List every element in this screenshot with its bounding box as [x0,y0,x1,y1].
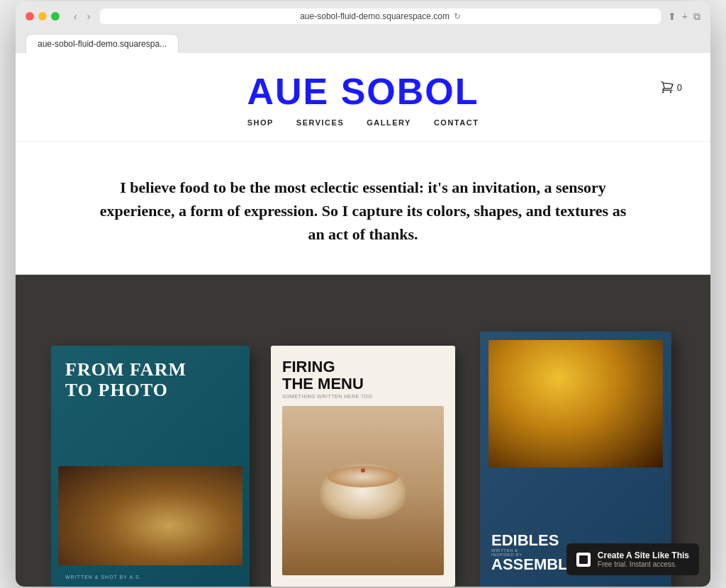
url-text: aue-sobol-fluid-demo.squarespace.com [300,11,449,21]
share-icon[interactable]: ⬆ [668,11,676,22]
bowl-garnish [361,468,365,473]
forward-button[interactable]: › [84,9,94,23]
book2-image [282,406,444,575]
new-tab-icon[interactable]: + [682,11,688,22]
site-nav: SHOP SERVICES GALLERY CONTACT [44,118,682,132]
traffic-light-minimize[interactable] [38,12,47,21]
book3-image [488,340,663,468]
book1-author: WRITTEN & SHOT BY A.S. [65,575,142,579]
browser-top-bar: ‹ › aue-sobol-fluid-demo.squarespace.com… [26,9,700,24]
squarespace-banner-title: Create A Site Like This [598,550,689,560]
browser-tab-bar: aue-sobol-fluid-demo.squarespa... [26,34,700,53]
book1-title: FROM FARMTO PHOTO [65,360,235,400]
tabs-icon[interactable]: ⧉ [693,11,700,23]
cart-count: 0 [677,82,682,93]
nav-contact[interactable]: CONTACT [434,118,479,127]
browser-chrome: ‹ › aue-sobol-fluid-demo.squarespace.com… [16,1,710,53]
book1-cover: FROM FARMTO PHOTO WRITTEN & SHOT BY A.S. [51,346,250,587]
nav-services[interactable]: SERVICES [296,118,344,127]
cart-button[interactable]: 0 [660,80,682,94]
product-book-2-container[interactable]: FIRINGTHE MENU SOMETHING WRITTEN HERE TO… [257,346,469,587]
squarespace-banner[interactable]: Create A Site Like This Free trial. Inst… [566,543,699,575]
book3-food-image [488,340,663,468]
traffic-lights [26,12,60,21]
site-header: AUE SOBOL SHOP SERVICES GALLERY CONTACT … [16,53,710,142]
book2-cover: FIRINGTHE MENU SOMETHING WRITTEN HERE TO… [271,346,455,587]
browser-actions: ⬆ + ⧉ [668,11,700,23]
nav-gallery[interactable]: GALLERY [367,118,411,127]
nav-shop[interactable]: SHOP [247,118,274,127]
hero-section: I believe food to be the most eclectic e… [16,142,710,275]
book2-title: FIRINGTHE MENU [282,358,444,392]
squarespace-banner-subtitle: Free trial. Instant access. [598,560,689,568]
browser-nav-controls: ‹ › [71,9,93,23]
book1-image [58,466,242,565]
browser-window: ‹ › aue-sobol-fluid-demo.squarespace.com… [16,1,710,587]
cart-icon [660,80,674,94]
site-content: AUE SOBOL SHOP SERVICES GALLERY CONTACT … [16,53,710,587]
traffic-light-close[interactable] [26,12,34,21]
squarespace-logo [576,553,591,567]
site-title: AUE SOBOL [44,70,682,113]
squarespace-logo-inner [579,555,588,564]
hero-quote: I believe food to be the most eclectic e… [94,176,632,246]
traffic-light-maximize[interactable] [51,12,60,21]
back-button[interactable]: ‹ [71,9,80,23]
products-section: FROM FARMTO PHOTO WRITTEN & SHOT BY A.S.… [16,275,710,587]
address-bar[interactable]: aue-sobol-fluid-demo.squarespace.com ↻ [100,9,660,24]
refresh-icon[interactable]: ↻ [454,11,461,21]
product-book-1[interactable]: FROM FARMTO PHOTO WRITTEN & SHOT BY A.S. [44,332,257,587]
book2-subtitle: SOMETHING WRITTEN HERE TOO [282,394,444,399]
book1-food-image [58,466,242,565]
bowl-illustration [320,463,406,519]
squarespace-banner-text: Create A Site Like This Free trial. Inst… [598,550,689,568]
active-tab[interactable]: aue-sobol-fluid-demo.squarespa... [26,34,179,53]
